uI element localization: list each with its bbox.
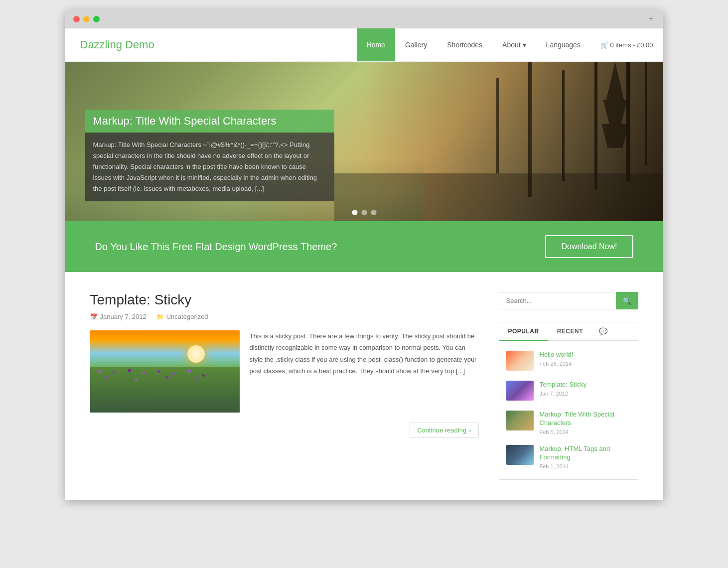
nav-cart[interactable]: 🛒 0 items - £0.00 [590,28,663,61]
post-date: 📅 January 7, 2012 [90,313,146,320]
recent-posts-list: Hello world! Feb 28, 2014 Template: Stic… [499,341,638,479]
slider-dot-1[interactable] [352,210,357,215]
nav-languages[interactable]: Languages [536,28,590,61]
post-date-2: Jan 7, 2012 [540,391,587,397]
nav-shortcodes[interactable]: Shortcodes [437,28,492,61]
minimize-button[interactable] [83,16,90,22]
hero-trees [334,62,663,221]
browser-titlebar: + [65,10,663,28]
post-date-3: Feb 5, 2014 [540,429,631,435]
download-button[interactable]: Download Now! [545,235,633,258]
post-date-1: Feb 28, 2014 [540,361,574,367]
post-title-2: Template: Sticky [540,381,587,389]
expand-icon[interactable]: + [647,15,655,23]
site-nav: Home Gallery Shortcodes About ▾ Language… [357,28,663,61]
maximize-button[interactable] [93,16,100,22]
nav-home[interactable]: Home [357,28,395,61]
folder-icon: 📁 [156,313,164,320]
site-header: Dazzling Demo Home Gallery Shortcodes Ab… [65,28,663,62]
nav-gallery[interactable]: Gallery [395,28,437,61]
hero-excerpt: Markup: Title With Special Characters ~`… [85,133,334,201]
hero-title[interactable]: Markup: Title With Special Characters [85,110,334,133]
recent-post-item[interactable]: Template: Sticky Jan 7, 2012 [499,376,638,406]
post-title-4: Markup: HTML Tags and Formatting [540,445,631,462]
comment-icon[interactable]: 💬 [592,322,614,340]
recent-post-item[interactable]: Markup: Title With Special Characters Fe… [499,406,638,440]
hero-slider: Markup: Title With Special Characters Ma… [65,62,663,221]
continue-reading-wrapper: Continue reading › [90,423,479,438]
search-button[interactable]: 🔍 [616,292,638,309]
nav-about[interactable]: About ▾ [492,28,536,61]
post-info-3: Markup: Title With Special Characters Fe… [540,411,631,435]
post-meta: 📅 January 7, 2012 📁 Uncategorized [90,313,479,320]
cta-banner: Do You Like This Free Flat Design WordPr… [65,221,663,272]
post-text: This is a sticky post. There are a few t… [250,330,479,413]
post-thumbnail-1 [506,351,534,371]
search-input[interactable] [499,292,616,309]
sidebar: 🔍 POPULAR RECENT 💬 Hello worl [499,292,638,480]
main-content: Template: Sticky 📅 January 7, 2012 📁 Unc… [65,272,663,500]
cta-text: Do You Like This Free Flat Design WordPr… [95,241,337,253]
post-info-2: Template: Sticky Jan 7, 2012 [540,381,587,397]
post-body: This is a sticky post. There are a few t… [90,330,479,413]
post-image [90,330,240,413]
slider-dot-3[interactable] [371,210,376,215]
browser-buttons [73,16,100,22]
posts-column: Template: Sticky 📅 January 7, 2012 📁 Unc… [90,292,479,480]
close-button[interactable] [73,16,80,22]
slider-dots [352,210,376,215]
widget-tabs: POPULAR RECENT 💬 Hello world! Feb 28, 20… [499,322,638,480]
post-info-1: Hello world! Feb 28, 2014 [540,351,574,367]
arrow-icon: › [469,426,471,434]
widget-tab-bar: POPULAR RECENT 💬 [499,322,638,341]
post-image-inner [90,330,240,413]
post-title-3: Markup: Title With Special Characters [540,411,631,427]
post-category: 📁 Uncategorized [156,313,208,320]
tab-popular[interactable]: POPULAR [499,322,548,341]
recent-post-item[interactable]: Markup: HTML Tags and Formatting Feb 1, … [499,440,638,474]
hero-content: Markup: Title With Special Characters Ma… [85,110,334,201]
post-thumbnail-3 [506,411,534,430]
post-thumbnail-2 [506,381,534,401]
calendar-icon: 📅 [90,313,98,320]
continue-reading-button[interactable]: Continue reading › [410,423,478,438]
tab-recent[interactable]: RECENT [548,322,592,340]
recent-post-item[interactable]: Hello world! Feb 28, 2014 [499,346,638,376]
post-info-4: Markup: HTML Tags and Formatting Feb 1, … [540,445,631,469]
post-title[interactable]: Template: Sticky [90,292,479,308]
website-content: Dazzling Demo Home Gallery Shortcodes Ab… [65,28,663,500]
browser-window: + Dazzling Demo Home Gallery Shortcodes … [65,10,663,500]
slider-dot-2[interactable] [361,210,367,215]
search-widget: 🔍 [499,292,638,309]
post-date-4: Feb 1, 2014 [540,463,631,469]
post-thumbnail-4 [506,445,534,465]
site-logo[interactable]: Dazzling Demo [65,28,357,61]
post-title-1: Hello world! [540,351,574,359]
search-icon: 🔍 [623,297,631,305]
